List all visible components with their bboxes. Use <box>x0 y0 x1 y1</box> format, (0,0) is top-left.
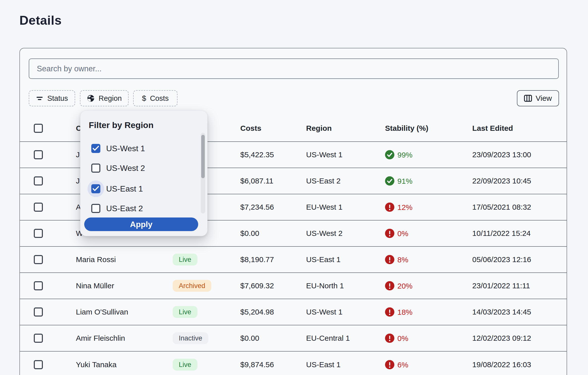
stability-value: 0% <box>397 229 408 238</box>
status-filter-button[interactable]: Status <box>29 90 75 106</box>
select-all-checkbox[interactable] <box>34 124 43 133</box>
owner-cell: Nina Müller <box>76 282 114 290</box>
region-cell: EU-West 1 <box>306 203 342 211</box>
stability-value: 18% <box>397 308 413 316</box>
alert-circle-icon <box>385 255 394 264</box>
alert-circle-icon <box>385 229 394 238</box>
row-checkbox[interactable] <box>34 229 43 238</box>
columns-icon <box>524 95 532 102</box>
status-badge: Live <box>173 306 197 318</box>
row-checkbox[interactable] <box>34 150 43 159</box>
region-option[interactable]: US-West 1 <box>80 141 200 156</box>
page-title: Details <box>19 13 62 28</box>
alert-circle-icon <box>385 334 394 343</box>
costs-cell: $8,190.77 <box>240 255 274 264</box>
costs-cell: $9,874.56 <box>240 360 274 369</box>
region-cell: US-West 1 <box>306 308 342 316</box>
region-option-checkbox-wrap <box>91 164 100 173</box>
stability-cell: 12% <box>385 203 413 212</box>
view-button-label: View <box>536 94 552 103</box>
alert-circle-icon <box>385 307 394 317</box>
table-row: Liam O'Sullivan Live $5,204.98 US-West 1… <box>20 299 567 325</box>
row-checkbox[interactable] <box>34 176 43 185</box>
region-cell: EU-Central 1 <box>306 334 350 342</box>
region-option-checkbox[interactable] <box>91 184 100 193</box>
search-input[interactable] <box>29 58 559 79</box>
stability-value: 91% <box>397 177 413 185</box>
check-circle-icon <box>385 176 394 186</box>
costs-filter-button[interactable]: $ Costs <box>133 90 178 106</box>
alert-circle-icon <box>385 360 394 369</box>
filter-icon <box>36 95 43 102</box>
region-option-label: US-West 2 <box>106 164 145 173</box>
row-checkbox[interactable] <box>34 334 43 343</box>
costs-cell: $0.00 <box>240 229 259 238</box>
region-option[interactable]: US-West 2 <box>80 161 200 176</box>
stability-value: 8% <box>397 255 408 264</box>
row-checkbox[interactable] <box>34 360 43 369</box>
last-edited-cell: 22/09/2023 10:45 <box>472 177 531 185</box>
region-filter-popover: Filter by Region US-West 1 US-West 2 <box>80 110 208 236</box>
stability-cell: 8% <box>385 255 408 264</box>
check-circle-icon <box>385 150 394 160</box>
region-option-checkbox[interactable] <box>91 204 100 213</box>
costs-cell: $7,234.56 <box>240 203 274 211</box>
alert-circle-icon <box>385 203 394 212</box>
region-filter-button[interactable]: Region <box>80 90 129 106</box>
region-option-list: US-West 1 US-West 2 US-East 1 <box>80 134 200 218</box>
globe-icon <box>87 94 95 102</box>
region-option-label: US-East 2 <box>106 204 143 213</box>
stability-value: 99% <box>397 150 413 159</box>
status-badge: Inactive <box>173 332 208 344</box>
last-edited-cell: 19/08/2022 16:03 <box>472 360 531 369</box>
popover-scrollbar-track <box>201 133 205 213</box>
table-row: Maria Rossi Live $8,190.77 US-East 1 8% <box>20 247 567 273</box>
region-option-checkbox-wrap <box>91 204 100 213</box>
stability-value: 6% <box>397 360 408 369</box>
popover-scrollbar-thumb[interactable] <box>201 135 205 178</box>
row-checkbox[interactable] <box>34 255 43 264</box>
region-option-checkbox-wrap <box>91 184 100 193</box>
stability-cell: 0% <box>385 229 408 238</box>
owner-cell: Maria Rossi <box>76 255 116 264</box>
status-badge: Live <box>173 359 197 371</box>
last-edited-cell: 17/05/2021 08:32 <box>472 203 531 211</box>
column-header-last-edited: Last Edited <box>472 124 513 133</box>
row-checkbox[interactable] <box>34 307 43 317</box>
dollar-icon: $ <box>142 94 146 103</box>
stability-cell: 0% <box>385 334 408 343</box>
region-option[interactable]: US-East 1 <box>80 181 200 196</box>
last-edited-cell: 05/06/2023 12:16 <box>472 255 531 264</box>
apply-button[interactable]: Apply <box>84 217 198 231</box>
stability-cell: 18% <box>385 307 413 317</box>
costs-cell: $5,204.98 <box>240 308 274 316</box>
region-option-checkbox[interactable] <box>91 144 100 153</box>
last-edited-cell: 23/01/2022 11:11 <box>472 282 530 290</box>
region-filter-label: Region <box>99 94 122 103</box>
stability-cell: 91% <box>385 176 413 186</box>
region-option[interactable]: US-East 2 <box>80 201 200 216</box>
owner-cell: J <box>76 177 80 185</box>
region-option-label: US-West 1 <box>106 144 145 153</box>
column-header-stability: Stability (%) <box>385 124 428 133</box>
region-cell: EU-North 1 <box>306 282 344 290</box>
region-option-checkbox[interactable] <box>91 164 100 173</box>
stability-cell: 20% <box>385 281 413 291</box>
costs-cell: $7,609.32 <box>240 282 274 290</box>
costs-cell: $5,422.35 <box>240 150 274 159</box>
view-button[interactable]: View <box>517 90 559 106</box>
column-header-costs: Costs <box>240 124 261 133</box>
row-checkbox[interactable] <box>34 203 43 212</box>
last-edited-cell: 23/09/2023 13:00 <box>472 150 531 159</box>
last-edited-cell: 10/11/2022 15:24 <box>472 229 531 238</box>
table-row: Nina Müller Archived $7,609.32 EU-North … <box>20 273 567 299</box>
stability-value: 12% <box>397 203 413 211</box>
costs-cell: $6,087.11 <box>240 177 273 185</box>
costs-cell: $0.00 <box>240 334 259 342</box>
region-cell: US-East 1 <box>306 360 341 369</box>
stability-value: 0% <box>397 334 408 342</box>
row-checkbox[interactable] <box>34 281 43 290</box>
region-cell: US-West 2 <box>306 229 342 238</box>
alert-circle-icon <box>385 281 394 291</box>
column-header-region: Region <box>306 124 332 133</box>
